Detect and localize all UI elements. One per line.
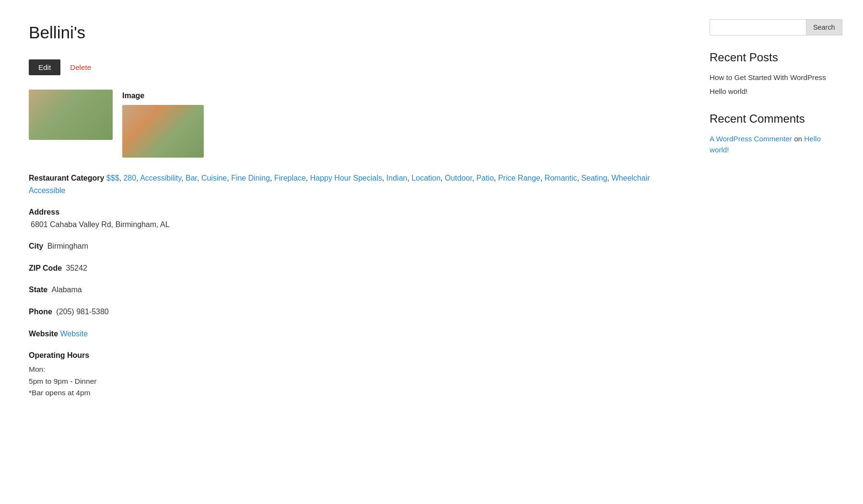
category-block: Restaurant Category $$$, 280, Accessibil… xyxy=(29,172,681,196)
category-tag[interactable]: Bar xyxy=(186,174,197,182)
recent-post-link[interactable]: How to Get Started With WordPress xyxy=(710,72,834,82)
category-tag[interactable]: 280 xyxy=(123,174,136,182)
recent-comments-heading: Recent Comments xyxy=(710,111,834,126)
comment-author-link[interactable]: A WordPress Commenter xyxy=(710,135,792,143)
category-tag[interactable]: Fine Dining xyxy=(231,174,270,182)
category-tag[interactable]: $$$ xyxy=(106,174,119,182)
comment-item: A WordPress Commenter on Hello world! xyxy=(710,134,834,156)
zip-value: 35242 xyxy=(66,264,88,272)
category-tag[interactable]: Price Range xyxy=(498,174,540,182)
main-content: Bellini's Edit Delete Image Restaurant C… xyxy=(29,19,681,409)
address-value: 6801 Cahaba Valley Rd, Birmingham, AL xyxy=(31,220,170,229)
category-label: Restaurant Category xyxy=(29,174,104,182)
website-label: Website xyxy=(29,330,58,338)
recent-posts-heading: Recent Posts xyxy=(710,50,834,65)
secondary-image xyxy=(122,105,204,158)
recent-post-link[interactable]: Hello world! xyxy=(710,86,834,96)
hours-time: 5pm to 9pm - Dinner xyxy=(29,376,681,388)
phone-block: Phone (205) 981-5380 xyxy=(29,306,681,318)
restaurant-images: Image xyxy=(29,90,681,158)
hours-note: *Bar opens at 4pm xyxy=(29,387,681,399)
phone-label: Phone xyxy=(29,308,52,316)
category-tag[interactable]: Outdoor xyxy=(445,174,472,182)
category-tag[interactable]: Indian xyxy=(386,174,408,182)
hours-day: Mon: xyxy=(29,364,681,376)
address-label: Address xyxy=(29,208,59,216)
category-tag[interactable]: Accessibility xyxy=(140,174,181,182)
category-tag[interactable]: Seating xyxy=(581,174,607,182)
city-block: City Birmingham xyxy=(29,240,681,252)
category-tag[interactable]: Fireplace xyxy=(274,174,306,182)
image-section: Image xyxy=(122,90,204,158)
category-tag[interactable]: Location xyxy=(411,174,441,182)
category-tag[interactable]: Romantic xyxy=(545,174,577,182)
edit-button[interactable]: Edit xyxy=(29,59,60,75)
main-image xyxy=(29,90,113,140)
operating-hours-label: Operating Hours xyxy=(29,349,681,362)
website-link[interactable]: Website xyxy=(60,330,88,338)
address-block: Address 6801 Cahaba Valley Rd, Birmingha… xyxy=(29,206,681,230)
recent-comments-section: Recent Comments A WordPress Commenter on… xyxy=(710,111,834,156)
state-value: Alabama xyxy=(52,286,82,294)
search-button[interactable]: Search xyxy=(806,19,842,35)
category-tag[interactable]: Patio xyxy=(477,174,494,182)
category-tags: $$$, 280, Accessibility, Bar, Cuisine, F… xyxy=(29,174,650,195)
recent-posts-list: How to Get Started With WordPressHello w… xyxy=(710,72,834,97)
category-tag[interactable]: Cuisine xyxy=(201,174,227,182)
recent-comments-list: A WordPress Commenter on Hello world! xyxy=(710,134,834,156)
zip-label: ZIP Code xyxy=(29,264,62,272)
delete-link[interactable]: Delete xyxy=(70,62,91,73)
hours-container: Mon:5pm to 9pm - Dinner*Bar opens at 4pm xyxy=(29,364,681,399)
main-image-graphic xyxy=(29,90,113,140)
search-form: Search xyxy=(710,19,834,35)
action-buttons: Edit Delete xyxy=(29,59,681,75)
category-tag[interactable]: Happy Hour Specials xyxy=(310,174,382,182)
search-widget: Search xyxy=(710,19,834,35)
sidebar: Search Recent Posts How to Get Started W… xyxy=(710,19,834,409)
image-label: Image xyxy=(122,90,204,102)
city-value: Birmingham xyxy=(47,242,88,250)
state-block: State Alabama xyxy=(29,284,681,296)
phone-value: (205) 981-5380 xyxy=(56,308,108,316)
page-wrapper: Bellini's Edit Delete Image Restaurant C… xyxy=(0,0,863,428)
website-block: Website Website xyxy=(29,328,681,340)
operating-hours-block: Operating Hours Mon:5pm to 9pm - Dinner*… xyxy=(29,349,681,399)
state-label: State xyxy=(29,286,47,294)
city-label: City xyxy=(29,242,43,250)
page-title: Bellini's xyxy=(29,19,681,46)
recent-posts-section: Recent Posts How to Get Started With Wor… xyxy=(710,50,834,97)
secondary-image-graphic xyxy=(122,105,204,158)
zip-block: ZIP Code 35242 xyxy=(29,262,681,275)
search-input[interactable] xyxy=(710,19,806,35)
